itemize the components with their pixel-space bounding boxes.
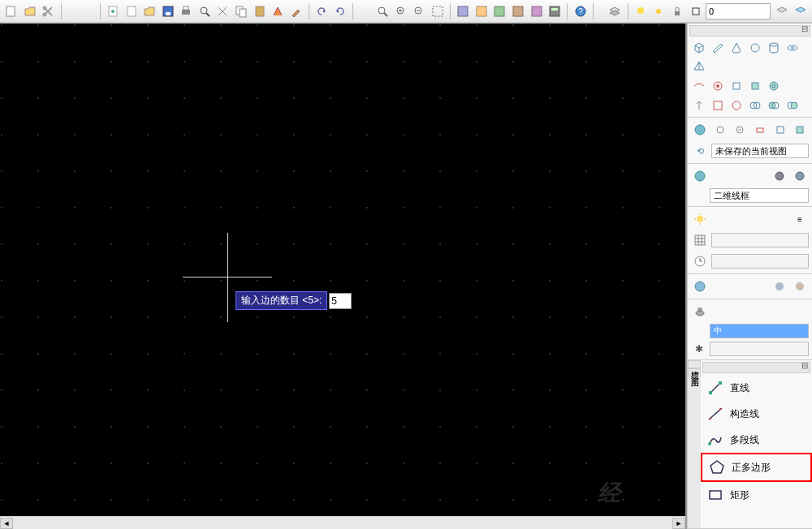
op5-icon[interactable] — [766, 97, 782, 114]
zoom-window-icon[interactable] — [429, 2, 446, 20]
light-menu-icon[interactable]: ≡ — [791, 210, 809, 228]
layer-tool2-icon[interactable] — [792, 2, 809, 20]
tool-icon[interactable] — [491, 2, 508, 20]
tool-construction-line[interactable]: 构造线 — [701, 401, 812, 427]
view1-icon[interactable] — [711, 121, 729, 139]
panel-header[interactable] — [702, 362, 810, 373]
op2-icon[interactable] — [710, 97, 726, 114]
cut-icon[interactable] — [214, 2, 231, 20]
separator — [628, 3, 628, 19]
help-icon[interactable]: ? — [572, 2, 589, 20]
svg-point-89 — [708, 442, 711, 445]
op4-icon[interactable] — [747, 97, 763, 114]
paste-icon[interactable] — [251, 2, 268, 20]
tab-modeling[interactable]: 建模 — [688, 360, 701, 368]
match-icon[interactable] — [270, 2, 287, 20]
globe-icon[interactable] — [691, 167, 709, 185]
op6-icon[interactable] — [784, 97, 801, 114]
print-icon[interactable] — [178, 2, 195, 20]
save-icon[interactable] — [159, 2, 176, 20]
prompt-input[interactable] — [329, 293, 352, 309]
cone-icon[interactable] — [728, 40, 745, 56]
render-field[interactable]: 中 — [710, 324, 809, 338]
render-field2[interactable] — [710, 342, 809, 356]
block-icon[interactable] — [510, 2, 527, 20]
drawing-canvas[interactable]: 输入边的数目 <5>: 经 — [0, 24, 685, 529]
svg-marker-90 — [710, 461, 723, 473]
copy-icon[interactable] — [233, 2, 250, 20]
color-box-icon[interactable] — [687, 2, 704, 20]
mat1-icon[interactable] — [771, 277, 788, 295]
world-icon[interactable] — [691, 121, 709, 139]
xref-icon[interactable] — [528, 2, 545, 20]
layers-icon[interactable] — [607, 2, 624, 20]
light-slider2[interactable] — [711, 254, 809, 269]
scroll-left-icon[interactable]: ◄ — [0, 518, 13, 529]
op3-icon[interactable] — [728, 97, 745, 114]
pyramid-icon[interactable] — [691, 58, 707, 75]
tool-rectangle[interactable]: 矩形 — [701, 482, 812, 508]
sheet-icon[interactable] — [473, 2, 490, 20]
cylinder-icon[interactable] — [766, 40, 782, 56]
teapot-icon[interactable] — [691, 303, 709, 320]
view-name-field[interactable]: 未保存的当前视图 — [711, 144, 809, 158]
extrude-icon[interactable] — [710, 78, 726, 94]
view3-icon[interactable] — [751, 121, 769, 139]
view4-icon[interactable] — [771, 121, 789, 139]
sun-icon[interactable] — [650, 2, 667, 20]
style2-icon[interactable] — [791, 167, 809, 185]
svg-line-16 — [384, 13, 387, 16]
grid-icon[interactable] — [691, 231, 709, 249]
preview-icon[interactable] — [197, 2, 214, 20]
zoom-out-icon[interactable] — [411, 2, 428, 20]
undo-icon[interactable] — [313, 2, 330, 20]
layer-tool1-icon[interactable] — [774, 2, 791, 20]
arrow-left-icon[interactable]: ⟲ — [691, 142, 709, 160]
loft-icon[interactable] — [766, 78, 782, 94]
layer-dropdown[interactable] — [706, 3, 771, 19]
revolve-icon[interactable] — [728, 78, 745, 94]
svg-rect-86 — [709, 391, 712, 394]
view5-icon[interactable] — [791, 121, 809, 139]
prop-icon[interactable] — [455, 2, 472, 20]
redo-icon[interactable] — [332, 2, 349, 20]
visual-style-field[interactable]: 二维线框 — [710, 188, 809, 203]
clock-icon[interactable] — [691, 252, 709, 270]
zoom-in-icon[interactable] — [392, 2, 409, 20]
folder-icon[interactable] — [141, 2, 158, 20]
light-slider1[interactable] — [711, 233, 809, 247]
scissors-icon[interactable] — [40, 2, 57, 20]
sweep-icon[interactable] — [747, 78, 763, 94]
bulb-icon[interactable] — [633, 2, 650, 20]
scroll-right-icon[interactable]: ► — [672, 518, 685, 529]
doc2-icon[interactable] — [123, 2, 140, 20]
polysolid-icon[interactable] — [691, 78, 707, 94]
box-icon[interactable] — [691, 40, 707, 56]
new-icon[interactable] — [3, 2, 20, 20]
tool-line[interactable]: 直线 — [701, 375, 812, 401]
zoom-realtime-icon[interactable] — [374, 2, 391, 20]
sphere-icon[interactable] — [747, 40, 763, 56]
view2-icon[interactable] — [731, 121, 749, 139]
material-icon[interactable] — [691, 277, 709, 295]
tool-polygon[interactable]: 正多边形 — [701, 453, 812, 482]
doc1-icon[interactable] — [105, 2, 122, 20]
sun-icon[interactable] — [691, 210, 709, 228]
svg-rect-29 — [551, 8, 558, 11]
separator — [100, 3, 101, 19]
svg-point-65 — [775, 172, 784, 180]
calc-icon[interactable] — [546, 2, 564, 20]
tool-polyline[interactable]: 多段线 — [701, 427, 812, 453]
tab-layer[interactable]: 图层 — [688, 368, 701, 376]
panel-header[interactable] — [689, 25, 810, 37]
brush-icon[interactable] — [288, 2, 305, 20]
mat2-icon[interactable] — [791, 277, 809, 295]
style1-icon[interactable] — [771, 167, 788, 185]
lock-icon[interactable] — [669, 2, 686, 20]
op1-icon[interactable] — [691, 97, 707, 114]
horizontal-scrollbar[interactable]: ◄ ► — [0, 516, 685, 529]
scroll-track[interactable] — [13, 518, 672, 529]
open-icon[interactable] — [22, 2, 39, 20]
torus-icon[interactable] — [784, 40, 801, 56]
wedge-icon[interactable] — [710, 40, 726, 56]
